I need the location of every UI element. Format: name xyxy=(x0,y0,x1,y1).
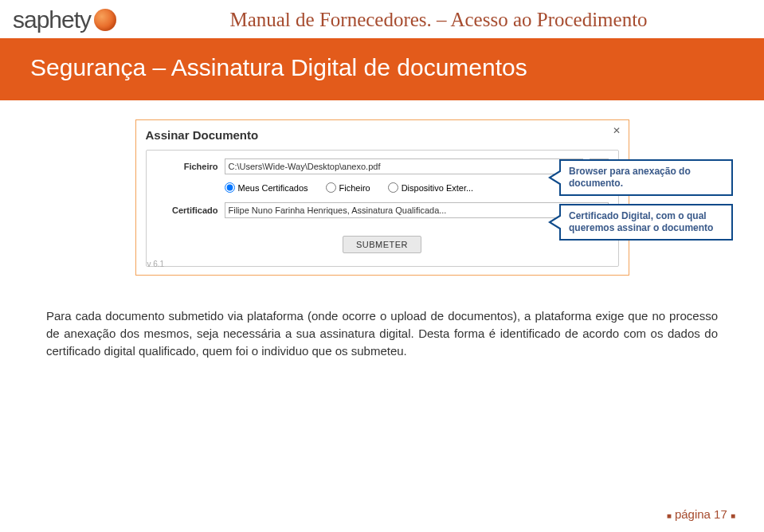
radio-device-input[interactable] xyxy=(388,182,398,193)
close-icon[interactable]: ✕ xyxy=(613,125,621,136)
bullet-icon: ■ xyxy=(731,511,735,520)
callout-browser-text: Browser para anexação do documento. xyxy=(569,166,691,189)
cert-row: Certificado Filipe Nuno Farinha Henrique… xyxy=(156,202,609,218)
logo-globe-icon xyxy=(94,9,116,31)
version-label: v 6.1 xyxy=(147,260,165,268)
logo: saphety xyxy=(13,6,116,33)
section-banner: Segurança – Assinatura Digital de docume… xyxy=(0,38,764,100)
callout-browser: Browser para anexação do documento. xyxy=(559,159,733,196)
header-title: Manual de Fornecedores. – Acesso ao Proc… xyxy=(126,9,751,31)
cert-source-radios: Meus Certificados Ficheiro Dispositivo E… xyxy=(156,182,609,193)
radio-my-certs[interactable]: Meus Certificados xyxy=(225,182,308,193)
bullet-icon: ■ xyxy=(667,511,672,520)
cert-select-value: Filipe Nuno Farinha Henriques, Assinatur… xyxy=(229,205,447,215)
logo-text: saphety xyxy=(13,6,91,33)
dialog-title: Assinar Documento xyxy=(146,128,619,142)
page-header: saphety Manual de Fornecedores. – Acesso… xyxy=(0,0,764,38)
page-number: página 17 xyxy=(675,507,727,521)
radio-file-input[interactable] xyxy=(326,182,336,193)
page-footer: ■ página 17 ■ xyxy=(667,507,735,521)
cert-label: Certificado xyxy=(156,205,218,215)
submit-button[interactable]: SUBMETER xyxy=(343,236,421,253)
radio-my-certs-input[interactable] xyxy=(225,182,235,193)
submit-row: SUBMETER xyxy=(156,236,609,253)
file-row: Ficheiro ... xyxy=(156,158,609,174)
callout-certificate: Certificado Digital, com o qual queremos… xyxy=(559,204,733,241)
body-paragraph: Para cada documento submetido via plataf… xyxy=(46,307,718,359)
sign-document-dialog: ✕ Assinar Documento Ficheiro ... Meus Ce… xyxy=(135,119,629,276)
radio-file-label: Ficheiro xyxy=(339,183,370,193)
file-label: Ficheiro xyxy=(156,162,218,171)
banner-text: Segurança – Assinatura Digital de docume… xyxy=(30,54,527,80)
radio-device[interactable]: Dispositivo Exter... xyxy=(388,182,473,193)
dialog-body: Ficheiro ... Meus Certificados Ficheiro … xyxy=(146,150,619,267)
radio-file[interactable]: Ficheiro xyxy=(326,182,370,193)
radio-my-certs-label: Meus Certificados xyxy=(238,183,308,193)
radio-device-label: Dispositivo Exter... xyxy=(402,183,473,193)
dialog-wrap: ✕ Assinar Documento Ficheiro ... Meus Ce… xyxy=(135,119,629,276)
file-path-input[interactable] xyxy=(225,158,583,174)
callout-certificate-text: Certificado Digital, com o qual queremos… xyxy=(569,210,713,233)
